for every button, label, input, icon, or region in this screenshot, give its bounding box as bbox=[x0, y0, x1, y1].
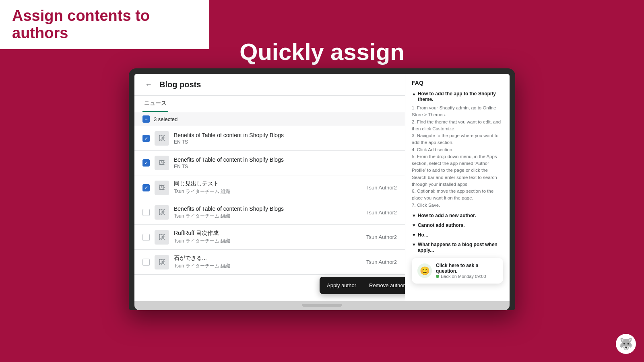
logo-corner: 🐺 bbox=[616, 334, 636, 354]
image-icon: 🖼 bbox=[159, 259, 165, 266]
faq-section-1: ▼ How to add a new author. bbox=[412, 213, 503, 218]
faq-arrow-4: ▼ bbox=[412, 242, 416, 247]
post-title-2: Benefits of Table of content in Shopify … bbox=[174, 156, 397, 163]
app-header: ← Blog posts bbox=[134, 74, 405, 96]
back-button[interactable]: ← bbox=[142, 80, 155, 90]
post-author-5: Tsun Author2 bbox=[366, 234, 397, 240]
tab-bar: ニュース bbox=[134, 96, 405, 112]
logo-icon: 🐺 bbox=[616, 334, 636, 354]
post-meta-6: Tsun ライターチーム 組織 bbox=[174, 263, 361, 269]
image-icon: 🖼 bbox=[159, 135, 165, 142]
post-author-6: Tsun Author2 bbox=[366, 259, 397, 265]
faq-question-0[interactable]: ▲ How to add the app to the Shopify them… bbox=[412, 91, 503, 102]
post-title-3: 同じ見出しテスト bbox=[174, 180, 361, 187]
faq-section-4: ▼ What happens to a blog post when apply… bbox=[412, 242, 503, 253]
faq-title: FAQ bbox=[412, 80, 503, 86]
faq-section-2: ▼ Cannot add authors. bbox=[412, 222, 503, 228]
faq-panel: FAQ ▲ How to add the app to the Shopify … bbox=[405, 74, 510, 301]
post-list: 🖼 Benefits of Table of content in Shopif… bbox=[134, 126, 405, 301]
post-thumbnail-2: 🖼 bbox=[155, 156, 169, 170]
post-meta-2: EN TS bbox=[174, 164, 397, 169]
post-title-4: Benefits of Table of content in Shopify … bbox=[174, 206, 361, 212]
apply-author-button[interactable]: Apply author bbox=[321, 280, 362, 291]
post-title-6: 石ができる... bbox=[174, 255, 361, 262]
selection-bar: − 3 selected bbox=[134, 112, 405, 126]
subtitle-heading: Quickly assign bbox=[0, 38, 644, 65]
post-meta-5: Tsun ライターチーム 組織 bbox=[174, 238, 361, 245]
post-author-3: Tsun Author2 bbox=[366, 185, 397, 191]
post-checkbox-2[interactable] bbox=[142, 159, 150, 167]
image-icon: 🖼 bbox=[159, 209, 165, 216]
laptop-screen: ← Blog posts ニュース − 3 selected bbox=[134, 74, 510, 301]
post-thumbnail-6: 🖼 bbox=[155, 255, 169, 269]
faq-question-4[interactable]: ▼ What happens to a blog post when apply… bbox=[412, 242, 503, 253]
post-checkbox-6[interactable] bbox=[142, 259, 150, 266]
post-author-4: Tsun Author2 bbox=[366, 210, 397, 216]
app-container: ← Blog posts ニュース − 3 selected bbox=[134, 74, 510, 301]
post-thumbnail-3: 🖼 bbox=[155, 181, 169, 195]
post-info-2: Benefits of Table of content in Shopify … bbox=[174, 156, 397, 169]
faq-question-2[interactable]: ▼ Cannot add authors. bbox=[412, 222, 503, 228]
post-checkbox-3[interactable] bbox=[142, 184, 150, 191]
image-icon: 🖼 bbox=[159, 159, 165, 167]
main-panel: ← Blog posts ニュース − 3 selected bbox=[134, 74, 405, 301]
post-info-6: 石ができる... Tsun ライターチーム 組織 bbox=[174, 255, 361, 269]
image-icon: 🖼 bbox=[159, 234, 165, 241]
tab-news[interactable]: ニュース bbox=[142, 96, 168, 112]
laptop-mockup: ← Blog posts ニュース − 3 selected bbox=[129, 68, 515, 310]
post-item-3: 🖼 同じ見出しテスト Tsun ライターチーム 組織 Tsun Author2 bbox=[134, 175, 405, 200]
faq-question-text-2: Cannot add authors. bbox=[418, 222, 465, 228]
post-thumbnail-5: 🖼 bbox=[155, 230, 169, 245]
remove-author-button[interactable]: Remove author bbox=[363, 280, 405, 291]
post-title-1: Benefits of Table of content in Shopify … bbox=[174, 132, 397, 138]
chat-avatar: 😊 bbox=[417, 263, 432, 278]
post-item-1: 🖼 Benefits of Table of content in Shopif… bbox=[134, 126, 405, 151]
faq-question-text-0: How to add the app to the Shopify theme. bbox=[418, 91, 503, 102]
post-meta-4: Tsun ライターチーム 組織 bbox=[174, 213, 361, 220]
faq-arrow-0: ▲ bbox=[412, 91, 416, 96]
chat-subtitle: Back on Monday 09:00 bbox=[436, 274, 497, 279]
page-title: Assign contents to authors bbox=[12, 7, 197, 42]
select-all-checkbox[interactable]: − bbox=[142, 115, 150, 123]
center-heading: Quickly assign bbox=[0, 38, 644, 65]
faq-question-text-3: Ho... bbox=[418, 232, 428, 238]
faq-section-0: ▲ How to add the app to the Shopify them… bbox=[412, 91, 503, 209]
faq-question-1[interactable]: ▼ How to add a new author. bbox=[412, 213, 503, 218]
faq-section-3: ▼ Ho... bbox=[412, 232, 503, 238]
faq-question-3[interactable]: ▼ Ho... bbox=[412, 232, 503, 238]
faq-answer-0: 1. From your Shopify admin, go to Online… bbox=[412, 105, 503, 209]
image-icon: 🖼 bbox=[159, 184, 165, 191]
context-menu: Apply author Remove author bbox=[320, 277, 405, 294]
faq-arrow-1: ▼ bbox=[412, 213, 416, 218]
post-item-4: 🖼 Benefits of Table of content in Shopif… bbox=[134, 200, 405, 225]
faq-question-text-4: What happens to a blog post when apply..… bbox=[418, 242, 503, 253]
selected-count: 3 selected bbox=[154, 116, 178, 122]
laptop-base bbox=[134, 301, 510, 310]
post-info-1: Benefits of Table of content in Shopify … bbox=[174, 132, 397, 145]
chat-title: Click here to ask a question. bbox=[436, 263, 497, 274]
faq-arrow-3: ▼ bbox=[412, 232, 416, 237]
online-indicator bbox=[436, 275, 439, 278]
post-checkbox-1[interactable] bbox=[142, 135, 150, 142]
post-meta-3: Tsun ライターチーム 組織 bbox=[174, 188, 361, 195]
post-item-2: 🖼 Benefits of Table of content in Shopif… bbox=[134, 151, 405, 175]
laptop-outer: ← Blog posts ニュース − 3 selected bbox=[129, 68, 515, 310]
post-title-5: RuffRuff 目次作成 bbox=[174, 230, 361, 237]
faq-question-text-1: How to add a new author. bbox=[418, 213, 476, 218]
post-info-3: 同じ見出しテスト Tsun ライターチーム 組織 bbox=[174, 180, 361, 195]
chat-widget[interactable]: 😊 Click here to ask a question. Back on … bbox=[412, 258, 503, 284]
post-checkbox-4[interactable] bbox=[142, 209, 150, 216]
post-thumbnail-1: 🖼 bbox=[155, 131, 169, 146]
chat-text: Click here to ask a question. Back on Mo… bbox=[436, 263, 497, 279]
post-item-5: 🖼 RuffRuff 目次作成 Tsun ライターチーム 組織 Tsun Aut… bbox=[134, 225, 405, 250]
post-thumbnail-4: 🖼 bbox=[155, 205, 169, 220]
laptop-notch bbox=[302, 304, 342, 307]
post-checkbox-5[interactable] bbox=[142, 234, 150, 241]
post-info-4: Benefits of Table of content in Shopify … bbox=[174, 206, 361, 220]
post-item-6: 🖼 石ができる... Tsun ライターチーム 組織 Tsun Author2 bbox=[134, 250, 405, 275]
blog-posts-title: Blog posts bbox=[159, 80, 201, 89]
faq-arrow-2: ▼ bbox=[412, 223, 416, 228]
post-info-5: RuffRuff 目次作成 Tsun ライターチーム 組織 bbox=[174, 230, 361, 245]
post-meta-1: EN TS bbox=[174, 139, 397, 145]
